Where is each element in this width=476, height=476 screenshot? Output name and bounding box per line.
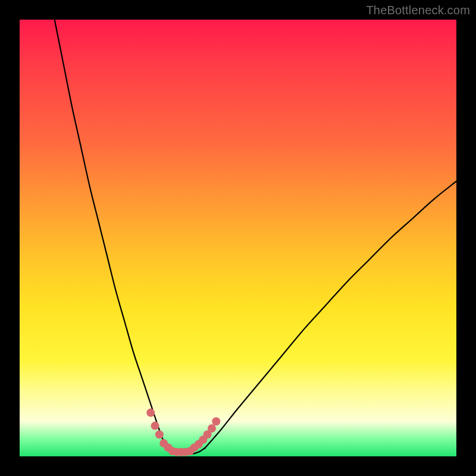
curve-path xyxy=(55,20,456,455)
valley-marker xyxy=(151,422,159,430)
valley-marker xyxy=(208,424,216,433)
valley-marker xyxy=(212,417,220,425)
curve-layer xyxy=(20,20,456,456)
watermark-text: TheBottleneck.com xyxy=(366,4,470,17)
bottleneck-curve xyxy=(55,20,456,455)
valley-markers xyxy=(146,409,220,456)
valley-marker xyxy=(146,409,155,417)
plot-area xyxy=(20,20,456,456)
valley-marker xyxy=(155,430,164,439)
chart-frame: TheBottleneck.com xyxy=(0,0,476,476)
